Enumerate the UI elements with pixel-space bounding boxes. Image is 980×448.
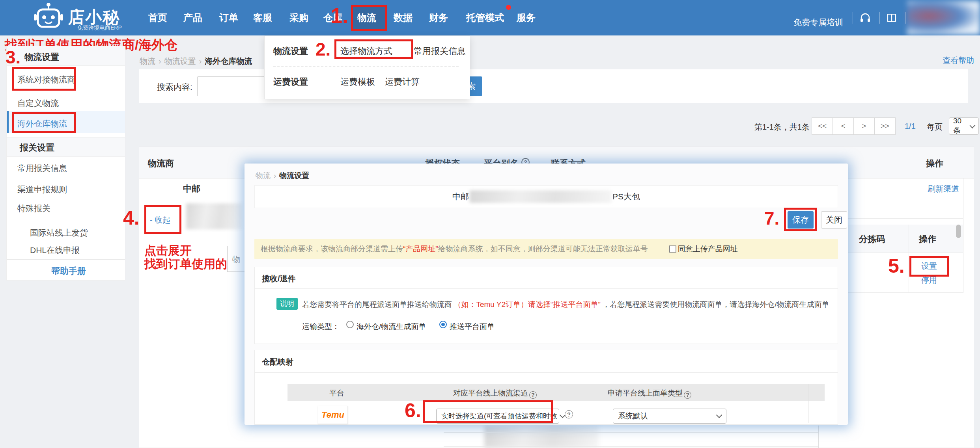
nav-item-data[interactable]: 数据 [394,11,413,24]
channel-select[interactable]: 实时选择渠道(可查看预估运费和时效 [436,409,559,424]
notice-text-pre: 根据物流商要求，该物流商部分渠道需上传 [261,244,403,254]
sidebar-item-customs-info[interactable]: 常用报关信息 [17,163,67,174]
manual-book-icon[interactable] [887,13,897,25]
sheet-question-icon[interactable]: ? [684,391,691,399]
annotation-step-7: 7. [764,208,779,229]
sidebar-item-special-customs[interactable]: 特殊报关 [17,203,50,214]
redacted-channel-name [186,203,242,229]
pagination-last-button[interactable]: >> [874,117,896,135]
chevron-down-icon [970,123,976,128]
radio-overseas-text[interactable]: 海外仓/物流生成面单 [357,322,426,332]
bg-row-line [444,432,818,433]
page-size-select[interactable]: 30条 [949,117,979,135]
save-button[interactable]: 保存 [788,211,814,229]
nav-item-service[interactable]: 客服 [253,11,272,24]
modal-breadcrumb-settings: 物流设置 [279,171,309,180]
bg-row-line [444,446,818,447]
select-question-icon[interactable]: ? [565,410,573,418]
bg-col-line [818,426,819,448]
dropdown-item-freight-template[interactable]: 运费模板 [340,76,375,88]
breadcrumb: 物流›物流设置›海外仓库物流 [140,56,252,67]
refresh-channels-link[interactable]: 刷新渠道 [928,184,959,194]
channel-settings-modal: 物流›物流设置 中邮 PS大包 7. 保存 关闭 根据物流商要求，该物流商部分渠… [245,164,848,425]
subtable-bottom-border [848,292,963,293]
scrollbar-thumb[interactable] [956,225,961,238]
agree-checkbox[interactable] [669,245,676,253]
pagination-next-button[interactable]: > [853,117,875,135]
pagination-first-button[interactable]: << [812,117,833,135]
user-avatar-blurred[interactable] [907,1,980,35]
subtable-right-border [963,178,963,293]
nav-item-finance[interactable]: 财务 [429,11,448,24]
channel-filter-placeholder: 物 [232,254,240,265]
redacted-row-content [484,426,599,448]
section-divider [255,372,838,373]
sidebar-item-channel-rules[interactable]: 渠道申报规则 [17,184,67,195]
robot-logo-icon [33,2,64,33]
sidebar-title: 物流设置 [24,51,59,63]
tip-text-highlight: （如：Temu Y2订单）请选择“推送平台面单” [454,300,600,309]
breadcrumb-settings[interactable]: 物流设置 [164,57,196,65]
dropdown-item-freight-calc[interactable]: 运费计算 [385,76,420,88]
free-training-link[interactable]: 免费专属培训 [793,17,843,28]
channel-title-prefix: 中邮 [452,191,469,202]
radio-platform-label-selected[interactable] [439,321,447,328]
nav-item-purchase[interactable]: 采购 [289,11,308,24]
annotation-step-4: 4. [123,206,140,229]
breadcrumb-logistics[interactable]: 物流 [140,57,155,65]
mapping-col-divider [808,384,808,423]
radio-overseas-label[interactable] [346,321,354,328]
sidebar-divider [7,259,125,260]
pickup-return-section: 揽收/退件 说明 若您需要将平台的尾程派送面单推送给物流商 （如：Temu Y2… [254,267,838,344]
section-divider [255,288,838,289]
nav-divider [853,12,853,24]
view-help-link[interactable]: 查看帮助 [943,55,974,66]
subtable-top-border [848,218,963,219]
channel-title-suffix: PS大包 [612,191,640,202]
notification-dot [506,5,511,10]
pagination-prev-button[interactable]: < [833,117,854,135]
nav-item-managed-mode[interactable]: 托管模式 [466,11,504,24]
app-logo[interactable] [33,2,64,33]
notice-text-highlight: “产品网址” [403,244,438,254]
sheet-type-value: 系统默认 [618,411,717,421]
col-action: 操作 [926,158,943,169]
help-manual-link[interactable]: 帮助手册 [51,265,86,277]
channel-disable-link[interactable]: 停用 [921,275,937,286]
nav-divider [879,12,880,24]
annotation-step-3: 3. [6,46,21,68]
channel-set-link[interactable]: 设置 [921,261,937,271]
nav-item-logistics[interactable]: 物流 [357,11,376,24]
nav-item-orders[interactable]: 订单 [219,11,238,24]
dropdown-item-choose-method[interactable]: 选择物流方式 [340,45,392,57]
redacted-title [470,190,612,203]
sheet-type-select[interactable]: 系统默认 [613,409,726,424]
modal-breadcrumb-logistics[interactable]: 物流 [256,171,271,180]
mapping-col-sheet-type: 申请平台线上面单类型? [608,388,691,399]
brand-subtitle: 免费跨境电商ERP [77,24,122,32]
annotation-step-5: 5. [888,255,905,277]
ship-type-label: 运输类型： [302,322,340,332]
logistics-dropdown: 物流设置 选择物流方式 常用报关信息 运费设置 运费模板 运费计算 [264,35,470,99]
nav-item-home[interactable]: 首页 [148,11,167,24]
close-button[interactable]: 关闭 [821,211,847,229]
sidebar-item-intl-shipping[interactable]: 国际站线上发货 [30,227,88,238]
sidebar-item-dhl-declare[interactable]: DHL在线申报 [30,245,80,256]
sidebar-item-overseas-warehouse[interactable]: 海外仓库物流 [17,118,67,129]
annotation-step-6: 6. [405,399,421,422]
nav-item-products[interactable]: 产品 [183,11,202,24]
dropdown-group-freight: 运费设置 [273,76,308,88]
sidebar-item-system-carriers[interactable]: 系统对接物流商 [17,74,75,85]
headset-icon[interactable] [860,13,871,25]
mapping-col-platform: 平台 [329,388,344,398]
nav-divider [905,12,906,24]
channel-question-icon[interactable]: ? [529,391,537,399]
sidebar-item-custom-logistics[interactable]: 自定义物流 [17,98,59,109]
sidebar-section-customs: 报关设置 [20,142,54,154]
tip-text-post: ，若您尾程派送需要使用物流商面单，请选择海外仓/物流商生成面单 [602,300,829,309]
agree-label[interactable]: 同意上传产品网址 [678,244,738,254]
dropdown-item-customs-info[interactable]: 常用报关信息 [414,45,466,57]
nav-item-services[interactable]: 服务 [517,11,536,24]
radio-platform-text[interactable]: 推送平台面单 [450,322,495,332]
collapse-link[interactable]: - 收起 [150,215,170,225]
